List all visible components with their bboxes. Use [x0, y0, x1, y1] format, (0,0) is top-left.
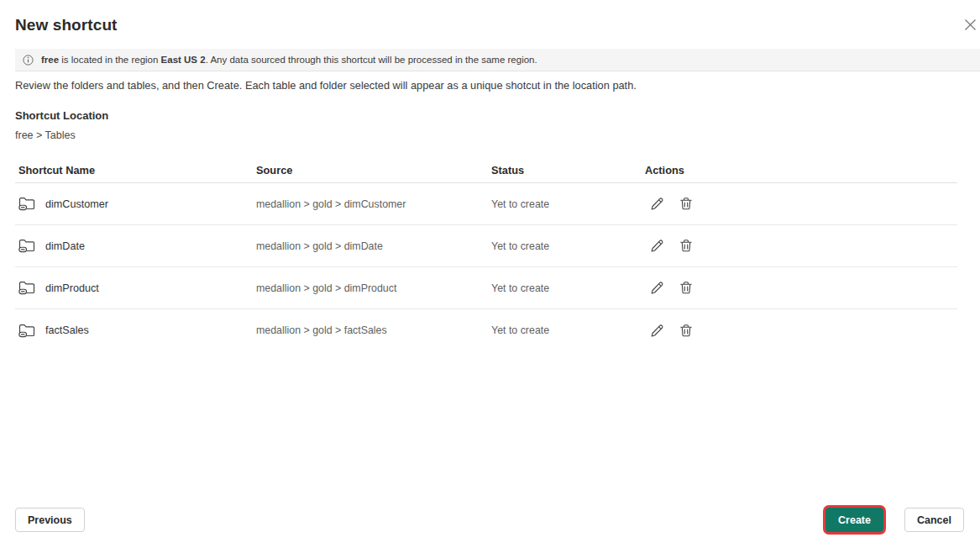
table-row: dimDate medallion > gold > dimDate Yet t…	[15, 225, 957, 267]
column-header-source: Source	[256, 164, 491, 177]
folder-shortcut-icon	[18, 197, 36, 211]
region-name: East US 2	[161, 55, 206, 65]
delete-button[interactable]	[677, 279, 695, 298]
shortcut-name-cell: factSales	[15, 324, 256, 338]
table-row: dimCustomer medallion > gold > dimCustom…	[15, 183, 957, 225]
shortcut-location-label: Shortcut Location	[15, 109, 108, 122]
shortcut-name-cell: dimCustomer	[15, 197, 256, 211]
banner-text: free is located in the region East US 2.…	[41, 55, 537, 65]
shortcut-source: medallion > gold > factSales	[256, 324, 491, 336]
shortcut-status: Yet to create	[491, 282, 645, 294]
column-header-shortcut-name: Shortcut Name	[15, 164, 256, 177]
edit-button[interactable]	[647, 195, 666, 213]
shortcut-name: dimCustomer	[45, 198, 108, 210]
row-actions	[645, 279, 957, 298]
pencil-icon	[650, 281, 664, 295]
shortcut-name-cell: dimProduct	[15, 281, 256, 295]
info-banner: free is located in the region East US 2.…	[15, 49, 980, 71]
edit-button[interactable]	[647, 237, 666, 256]
shortcuts-table: Shortcut Name Source Status Actions dimC…	[15, 158, 957, 351]
pencil-icon	[650, 197, 664, 211]
table-row: dimProduct medallion > gold > dimProduct…	[15, 267, 957, 309]
shortcut-source: medallion > gold > dimDate	[256, 240, 491, 252]
trash-icon	[679, 239, 693, 253]
row-actions	[645, 237, 957, 256]
folder-shortcut-icon	[18, 239, 36, 253]
shortcut-source: medallion > gold > dimCustomer	[256, 198, 491, 210]
description-text: Review the folders and tables, and then …	[15, 79, 637, 92]
pencil-icon	[650, 324, 664, 338]
footer-right-group: Create Cancel	[825, 508, 964, 532]
previous-button[interactable]: Previous	[15, 508, 85, 532]
pencil-icon	[650, 239, 664, 253]
shortcut-source: medallion > gold > dimProduct	[256, 282, 491, 294]
create-button[interactable]: Create	[825, 508, 883, 532]
trash-icon	[679, 197, 693, 211]
page-title: New shortcut	[15, 16, 118, 34]
new-shortcut-dialog: New shortcut free is located in the regi…	[0, 0, 980, 548]
close-button[interactable]	[959, 13, 980, 35]
shortcut-status: Yet to create	[491, 240, 645, 252]
close-icon	[964, 18, 977, 31]
workspace-name: free	[41, 55, 59, 65]
shortcut-location-path: free > Tables	[15, 129, 76, 141]
cancel-button[interactable]: Cancel	[904, 508, 964, 532]
folder-shortcut-icon	[18, 324, 36, 338]
shortcut-name: dimProduct	[45, 282, 99, 294]
shortcut-name: dimDate	[45, 240, 85, 252]
table-body: dimCustomer medallion > gold > dimCustom…	[15, 183, 957, 351]
trash-icon	[679, 324, 693, 338]
dialog-footer: Previous Create Cancel	[15, 508, 964, 532]
shortcut-name-cell: dimDate	[15, 239, 256, 253]
shortcut-status: Yet to create	[491, 324, 645, 336]
column-header-actions: Actions	[645, 164, 957, 177]
trash-icon	[679, 281, 693, 295]
row-actions	[645, 195, 957, 213]
info-icon	[22, 54, 34, 66]
edit-button[interactable]	[647, 321, 666, 340]
edit-button[interactable]	[647, 279, 666, 298]
folder-shortcut-icon	[18, 281, 36, 295]
delete-button[interactable]	[677, 195, 695, 213]
table-header-row: Shortcut Name Source Status Actions	[15, 158, 957, 183]
table-row: factSales medallion > gold > factSales Y…	[15, 309, 957, 351]
delete-button[interactable]	[677, 237, 695, 256]
delete-button[interactable]	[677, 321, 695, 340]
column-header-status: Status	[491, 164, 645, 177]
row-actions	[645, 321, 957, 340]
shortcut-name: factSales	[45, 324, 89, 336]
shortcut-status: Yet to create	[491, 198, 645, 210]
